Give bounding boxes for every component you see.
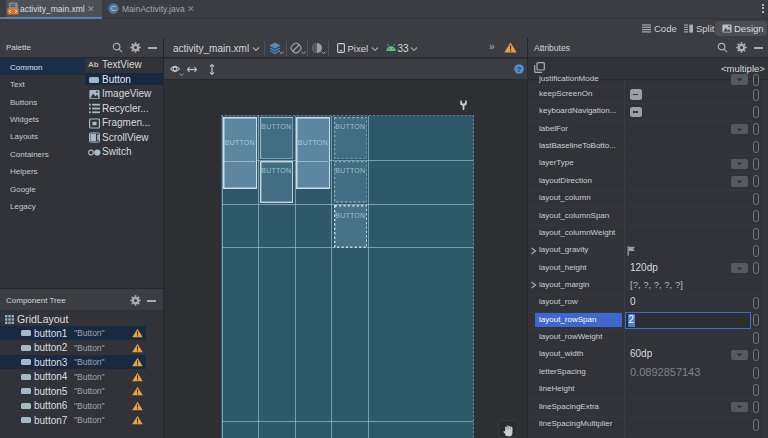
svg-text:?: ? xyxy=(517,65,522,74)
svg-text:C: C xyxy=(111,4,117,13)
